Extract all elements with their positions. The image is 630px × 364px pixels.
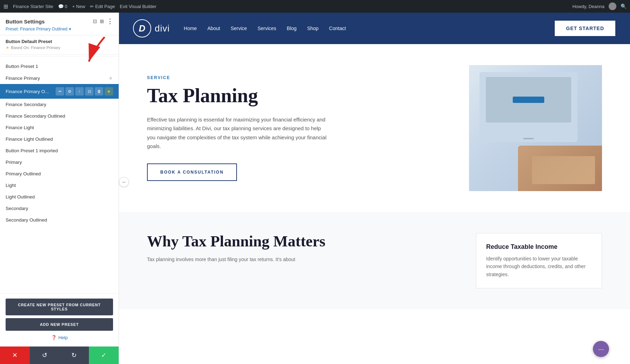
hero-section: SERVICE Tax Planning Effective tax plann… xyxy=(119,44,630,212)
exit-builder-link[interactable]: Exit Visual Builder xyxy=(120,4,156,9)
preset-item-btn-preset-1[interactable]: Button Preset 1 xyxy=(0,61,119,72)
preset-list: Button Preset 1 Finance Primary ★ Financ… xyxy=(0,58,119,293)
admin-bar-left: ⊞ Finance Starter Site 💬 0 + New ✏ Edit … xyxy=(4,3,567,10)
preset-label: Preset: Finance Primary Outlined xyxy=(6,27,68,31)
hero-text: SERVICE Tax Planning Effective tax plann… xyxy=(147,75,448,181)
add-preset-button[interactable]: ADD NEW PRESET xyxy=(6,318,113,331)
why-section: Why Tax Planning Matters Tax planning in… xyxy=(119,212,630,309)
preset-item-finance-secondary-outlined[interactable]: Finance Secondary Outlined xyxy=(0,110,119,122)
settings-preset-icon[interactable]: ⚙ xyxy=(65,87,74,96)
why-desc: Tax planning involves more than just fil… xyxy=(147,255,455,264)
panel-subtitle[interactable]: Preset: Finance Primary Outlined ▾ xyxy=(6,27,113,31)
site-logo: D divi xyxy=(133,19,170,37)
panel-resize-handle[interactable]: ↔ xyxy=(119,177,129,187)
edit-page-link[interactable]: ✏ Edit Page xyxy=(90,4,115,9)
cancel-icon: ✕ xyxy=(12,351,18,359)
save-button[interactable]: ✓ xyxy=(89,346,119,364)
help-label: Help xyxy=(58,335,68,340)
help-icon: ❓ xyxy=(51,335,57,340)
preset-item-light[interactable]: Light xyxy=(0,180,119,191)
panel-bottom: CREATE NEW PRESET FROM CURRENT STYLES AD… xyxy=(0,293,119,346)
new-link[interactable]: + New xyxy=(72,4,85,9)
fab-button[interactable]: ··· xyxy=(593,341,609,357)
panel-icon-layout[interactable]: ⊞ xyxy=(100,19,104,24)
duplicate-preset-icon[interactable]: ⊡ xyxy=(85,87,93,96)
why-text: Why Tax Planning Matters Tax planning in… xyxy=(147,233,455,264)
nav-about[interactable]: About xyxy=(207,26,220,31)
site-name-link[interactable]: Finance Starter Site xyxy=(13,4,53,9)
howdy-label: Howdy, Deanna xyxy=(572,4,604,9)
save-icon: ✓ xyxy=(101,351,106,359)
logo-text: divi xyxy=(155,23,170,34)
subtitle-arrow-icon[interactable]: ▾ xyxy=(69,27,71,31)
panel-title-text: Button Settings xyxy=(6,19,45,24)
preset-item-finance-primary[interactable]: Finance Primary ★ xyxy=(0,72,119,84)
star-preset-icon[interactable]: ★ xyxy=(105,87,113,96)
preset-item-primary-outlined[interactable]: Primary Outlined xyxy=(0,168,119,180)
admin-bar-right: Howdy, Deanna 🔍 xyxy=(572,2,626,10)
preset-divider xyxy=(0,56,119,56)
main-layout: Button Settings ⊡ ⊞ ⋮ Preset: Finance Pr… xyxy=(0,13,630,364)
fab-icon: ··· xyxy=(598,345,604,353)
book-consultation-button[interactable]: BOOK A CONSULTATION xyxy=(147,163,237,181)
why-card: Reduce Taxable Income Identify opportuni… xyxy=(476,233,602,288)
edit-preset-icon[interactable]: ✏ xyxy=(56,87,64,96)
nav-shop[interactable]: Shop xyxy=(307,26,318,31)
redo-button[interactable]: ↻ xyxy=(59,346,89,364)
preset-item-secondary-outlined[interactable]: Secondary Outlined xyxy=(0,214,119,226)
comments-icon[interactable]: 💬 0 xyxy=(58,4,67,9)
export-preset-icon[interactable]: ↑ xyxy=(75,87,84,96)
page-content: SERVICE Tax Planning Effective tax plann… xyxy=(119,44,630,364)
site-nav-links: Home About Service Services Blog Shop Co… xyxy=(184,26,554,31)
preset-active-actions: ✏ ⚙ ↑ ⊡ 🗑 ★ xyxy=(56,87,113,96)
why-title: Why Tax Planning Matters xyxy=(147,233,455,250)
card-title: Reduce Taxable Income xyxy=(486,243,592,251)
nav-services[interactable]: Services xyxy=(258,26,276,31)
preset-item-btn-preset-imported[interactable]: Button Preset 1 imported xyxy=(0,145,119,156)
default-preset-sub: ★ Based On: Finance Primary xyxy=(6,45,113,50)
hero-desc: Effective tax planning is essential for … xyxy=(147,115,329,151)
left-panel: Button Settings ⊡ ⊞ ⋮ Preset: Finance Pr… xyxy=(0,13,119,364)
panel-title-icons: ⊡ ⊞ ⋮ xyxy=(93,18,113,25)
preset-item-finance-light[interactable]: Finance Light xyxy=(0,122,119,133)
site-nav: D divi Home About Service Services Blog … xyxy=(119,13,630,44)
panel-kebab[interactable]: ⋮ xyxy=(107,18,113,25)
avatar xyxy=(609,2,616,10)
nav-service[interactable]: Service xyxy=(231,26,247,31)
card-desc: Identify opportunities to lower your tax… xyxy=(486,255,592,278)
delete-preset-icon[interactable]: 🗑 xyxy=(95,87,103,96)
star-icon: ★ xyxy=(6,45,9,50)
help-link[interactable]: ❓ Help xyxy=(6,334,113,342)
hero-image xyxy=(469,65,602,191)
logo-letter: D xyxy=(139,23,146,34)
preset-item-finance-primary-outlined[interactable]: Finance Primary O... ✏ ⚙ ↑ ⊡ 🗑 ★ xyxy=(0,84,119,99)
get-started-button[interactable]: GET STARTED xyxy=(554,20,616,37)
star-icon: ★ xyxy=(108,75,113,81)
preset-item-finance-secondary[interactable]: Finance Secondary xyxy=(0,99,119,110)
default-preset-based-on: Based On: Finance Primary xyxy=(11,46,60,50)
bottom-bar: ✕ ↺ ↻ ✓ xyxy=(0,346,119,364)
preset-item-primary[interactable]: Primary xyxy=(0,156,119,168)
default-preset-title: Button Default Preset xyxy=(6,39,113,44)
panel-header: Button Settings ⊡ ⊞ ⋮ Preset: Finance Pr… xyxy=(0,13,119,35)
nav-home[interactable]: Home xyxy=(184,26,197,31)
hero-title: Tax Planning xyxy=(147,85,448,107)
panel-icon-window[interactable]: ⊡ xyxy=(93,19,97,24)
preset-item-light-outlined[interactable]: Light Outlined xyxy=(0,191,119,203)
search-icon[interactable]: 🔍 xyxy=(621,4,626,9)
resize-icon: ↔ xyxy=(121,179,126,185)
nav-contact[interactable]: Contact xyxy=(329,26,346,31)
panel-title: Button Settings ⊡ ⊞ ⋮ xyxy=(6,18,113,25)
create-preset-button[interactable]: CREATE NEW PRESET FROM CURRENT STYLES xyxy=(6,299,113,315)
default-preset-block: Button Default Preset ★ Based On: Financ… xyxy=(0,35,119,55)
undo-icon: ↺ xyxy=(42,351,47,359)
nav-blog[interactable]: Blog xyxy=(287,26,296,31)
redo-icon: ↻ xyxy=(71,351,77,359)
cancel-button[interactable]: ✕ xyxy=(0,346,30,364)
right-content: D divi Home About Service Services Blog … xyxy=(119,13,630,364)
wp-logo-icon[interactable]: ⊞ xyxy=(4,3,8,10)
undo-button[interactable]: ↺ xyxy=(30,346,59,364)
preset-item-finance-light-outlined[interactable]: Finance Light Outlined xyxy=(0,133,119,145)
logo-circle: D xyxy=(133,19,151,37)
preset-item-secondary[interactable]: Secondary xyxy=(0,203,119,214)
